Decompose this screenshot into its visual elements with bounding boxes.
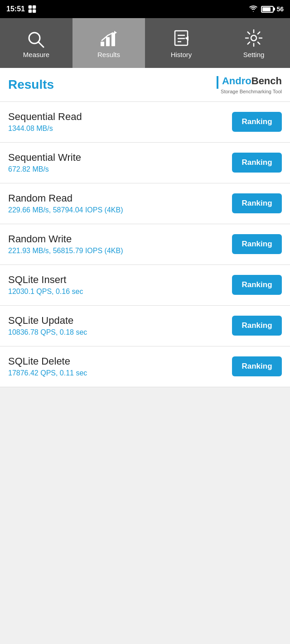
result-info-rand-write: Random Write 221.93 MB/s, 56815.79 IOPS … [8, 233, 232, 255]
result-value-seq-read: 1344.08 MB/s [8, 125, 232, 133]
result-value-sqlite-insert: 12030.1 QPS, 0.16 sec [8, 288, 232, 296]
result-item-seq-write: Sequential Write 672.82 MB/s Ranking [0, 143, 290, 183]
svg-marker-14 [185, 36, 188, 41]
status-bar-right: 56 [248, 5, 284, 13]
svg-line-5 [39, 42, 44, 47]
status-bar: 15:51 56 [0, 0, 290, 18]
result-item-rand-write: Random Write 221.93 MB/s, 56815.79 IOPS … [0, 224, 290, 265]
result-value-sqlite-update: 10836.78 QPS, 0.18 sec [8, 328, 232, 336]
svg-rect-1 [33, 5, 36, 9]
page-header: Results AndroBench Storage Benchmarking … [0, 68, 290, 102]
results-icon [99, 28, 119, 48]
svg-rect-6 [101, 42, 104, 46]
tab-history-label: History [171, 51, 192, 58]
ranking-btn-sqlite-insert[interactable]: Ranking [232, 275, 282, 295]
result-name-sqlite-insert: SQLite Insert [8, 274, 232, 286]
ranking-btn-sqlite-update[interactable]: Ranking [232, 316, 282, 336]
svg-marker-9 [114, 31, 117, 34]
tab-history[interactable]: History [145, 18, 218, 68]
tab-results[interactable]: Results [72, 18, 145, 68]
brand-bar-icon [217, 76, 218, 89]
result-name-sqlite-update: SQLite Update [8, 315, 232, 327]
result-info-sqlite-delete: SQLite Delete 17876.42 QPS, 0.11 sec [8, 356, 232, 377]
tab-setting[interactable]: Setting [218, 18, 290, 68]
brand-name: AndroBench [217, 75, 282, 89]
result-name-seq-write: Sequential Write [8, 152, 232, 163]
time-display: 15:51 [6, 5, 25, 13]
svg-rect-3 [33, 10, 36, 13]
result-info-rand-read: Random Read 229.66 MB/s, 58794.04 IOPS (… [8, 192, 232, 214]
active-app-icon [28, 5, 37, 14]
result-info-sqlite-insert: SQLite Insert 12030.1 QPS, 0.16 sec [8, 274, 232, 296]
svg-point-15 [251, 35, 256, 41]
svg-rect-0 [29, 5, 32, 9]
tab-measure[interactable]: Measure [0, 18, 72, 68]
brand-logo: AndroBench Storage Benchmarking Tool [217, 75, 282, 94]
measure-icon [26, 28, 46, 48]
result-info-seq-read: Sequential Read 1344.08 MB/s [8, 111, 232, 133]
result-item-sqlite-delete: SQLite Delete 17876.42 QPS, 0.11 sec Ran… [0, 346, 290, 387]
result-value-rand-read: 229.66 MB/s, 58794.04 IOPS (4KB) [8, 206, 232, 214]
result-value-sqlite-delete: 17876.42 QPS, 0.11 sec [8, 369, 232, 377]
result-item-rand-read: Random Read 229.66 MB/s, 58794.04 IOPS (… [0, 183, 290, 224]
navigation-tabs: Measure Results History [0, 18, 290, 68]
ranking-btn-seq-read[interactable]: Ranking [232, 112, 282, 132]
result-name-seq-read: Sequential Read [8, 111, 232, 123]
wifi-icon [248, 5, 258, 13]
tab-results-label: Results [97, 51, 120, 58]
svg-rect-2 [29, 10, 32, 13]
brand-name-part2: Bench [251, 75, 282, 87]
status-bar-left: 15:51 [6, 5, 37, 14]
result-item-seq-read: Sequential Read 1344.08 MB/s Ranking [0, 102, 290, 143]
ranking-btn-rand-write[interactable]: Ranking [232, 234, 282, 254]
history-icon [171, 28, 191, 48]
ranking-btn-seq-write[interactable]: Ranking [232, 153, 282, 173]
page-title: Results [8, 77, 54, 92]
result-name-rand-write: Random Write [8, 233, 232, 245]
result-info-seq-write: Sequential Write 672.82 MB/s [8, 152, 232, 173]
result-item-sqlite-insert: SQLite Insert 12030.1 QPS, 0.16 sec Rank… [0, 265, 290, 306]
brand-subtitle: Storage Benchmarking Tool [221, 89, 282, 94]
result-value-seq-write: 672.82 MB/s [8, 165, 232, 173]
result-item-sqlite-update: SQLite Update 10836.78 QPS, 0.18 sec Ran… [0, 306, 290, 346]
brand-name-part1: Andro [222, 75, 251, 87]
tab-setting-label: Setting [243, 51, 265, 58]
battery-icon [261, 6, 274, 13]
ranking-btn-sqlite-delete[interactable]: Ranking [232, 356, 282, 376]
svg-rect-7 [106, 37, 110, 46]
result-name-rand-read: Random Read [8, 192, 232, 204]
result-info-sqlite-update: SQLite Update 10836.78 QPS, 0.18 sec [8, 315, 232, 336]
ranking-btn-rand-read[interactable]: Ranking [232, 193, 282, 213]
battery-level: 56 [276, 5, 284, 13]
results-list: Sequential Read 1344.08 MB/s Ranking Seq… [0, 102, 290, 387]
tab-measure-label: Measure [23, 51, 49, 58]
svg-rect-8 [111, 33, 115, 46]
setting-icon [244, 28, 264, 48]
result-value-rand-write: 221.93 MB/s, 56815.79 IOPS (4KB) [8, 247, 232, 255]
result-name-sqlite-delete: SQLite Delete [8, 356, 232, 367]
